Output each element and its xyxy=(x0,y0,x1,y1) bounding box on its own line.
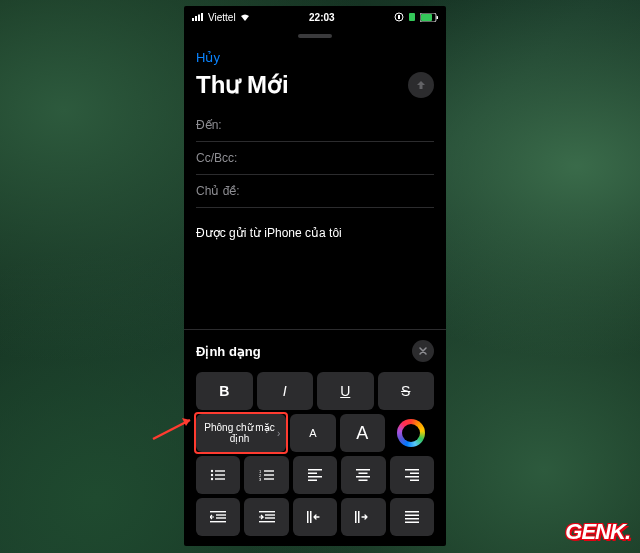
format-header: Định dạng xyxy=(196,340,434,362)
strikethrough-button[interactable]: S xyxy=(378,372,435,410)
svg-rect-26 xyxy=(356,469,370,471)
svg-rect-49 xyxy=(405,522,419,524)
svg-rect-47 xyxy=(405,515,419,517)
align-center-icon xyxy=(356,469,370,481)
title-row: Thư Mới xyxy=(184,69,446,109)
font-size-increase-button[interactable]: A xyxy=(340,414,385,452)
svg-rect-39 xyxy=(265,514,275,515)
signature-text: Được gửi từ iPhone của tôi xyxy=(196,226,434,240)
svg-rect-27 xyxy=(359,473,368,475)
format-close-button[interactable] xyxy=(412,340,434,362)
svg-rect-42 xyxy=(307,511,309,523)
format-panel: Định dạng B I U S Phông chữ mặc định › A… xyxy=(184,329,446,546)
underline-button[interactable]: U xyxy=(317,372,374,410)
svg-rect-36 xyxy=(216,517,226,518)
format-title: Định dạng xyxy=(196,344,261,359)
svg-rect-40 xyxy=(265,517,275,518)
arrow-up-circle-icon xyxy=(414,78,428,92)
svg-point-12 xyxy=(211,474,213,476)
svg-rect-38 xyxy=(259,511,275,512)
svg-rect-23 xyxy=(308,473,317,475)
compose-fields: Đến: Cc/Bcc: Chủ đề: xyxy=(184,109,446,208)
align-left-button[interactable] xyxy=(293,456,337,494)
signal-icon xyxy=(192,13,204,21)
svg-text:3: 3 xyxy=(259,477,262,481)
svg-rect-32 xyxy=(405,476,419,478)
compose-title: Thư Mới xyxy=(196,71,289,99)
outdent-button[interactable] xyxy=(196,498,240,536)
battery-icon xyxy=(420,13,438,22)
svg-rect-19 xyxy=(264,474,274,475)
sheet-handle[interactable] xyxy=(298,34,332,38)
svg-rect-43 xyxy=(310,511,312,523)
svg-rect-31 xyxy=(410,473,419,475)
justify-button[interactable] xyxy=(390,498,434,536)
text-color-button[interactable] xyxy=(389,414,434,452)
svg-rect-34 xyxy=(210,511,226,512)
svg-point-10 xyxy=(211,470,213,472)
svg-rect-30 xyxy=(405,469,419,471)
align-center-button[interactable] xyxy=(341,456,385,494)
svg-rect-35 xyxy=(216,514,226,515)
align-right-button[interactable] xyxy=(390,456,434,494)
font-picker-button[interactable]: Phông chữ mặc định › xyxy=(196,414,286,452)
svg-rect-1 xyxy=(195,16,197,21)
carrier-label: Viettel xyxy=(208,12,236,23)
indent-button[interactable] xyxy=(244,498,288,536)
bold-button[interactable]: B xyxy=(196,372,253,410)
svg-rect-28 xyxy=(356,476,370,478)
quote-right-icon xyxy=(355,511,371,523)
svg-rect-15 xyxy=(215,478,225,479)
bullet-list-button[interactable] xyxy=(196,456,240,494)
statusbar-time: 22:03 xyxy=(309,12,335,23)
svg-rect-11 xyxy=(215,470,225,471)
svg-rect-24 xyxy=(308,476,322,478)
to-field[interactable]: Đến: xyxy=(196,109,434,142)
svg-rect-21 xyxy=(264,478,274,479)
svg-rect-2 xyxy=(198,15,200,22)
list-bullet-icon xyxy=(210,469,226,481)
svg-rect-45 xyxy=(358,511,360,523)
format-row-indent xyxy=(196,498,434,536)
subject-field[interactable]: Chủ đề: xyxy=(196,175,434,208)
svg-rect-6 xyxy=(409,13,415,21)
compose-header: Hủy xyxy=(184,42,446,69)
format-row-list: 123 xyxy=(196,456,434,494)
orientation-lock-icon xyxy=(394,12,404,22)
statusbar-left: Viettel xyxy=(192,12,250,23)
font-default-label: Phông chữ mặc định xyxy=(202,422,277,444)
send-button[interactable] xyxy=(408,72,434,98)
compose-body[interactable]: Được gửi từ iPhone của tôi xyxy=(184,208,446,329)
ccbcc-field[interactable]: Cc/Bcc: xyxy=(196,142,434,175)
subject-label: Chủ đề: xyxy=(196,184,240,198)
close-icon xyxy=(418,346,428,356)
battery-saver-icon xyxy=(408,12,416,22)
svg-rect-44 xyxy=(355,511,357,523)
svg-rect-25 xyxy=(308,480,317,482)
svg-rect-5 xyxy=(398,15,400,19)
numbered-list-button[interactable]: 123 xyxy=(244,456,288,494)
font-size-decrease-button[interactable]: A xyxy=(290,414,335,452)
wifi-icon xyxy=(240,13,250,21)
svg-rect-0 xyxy=(192,18,194,21)
cancel-button[interactable]: Hủy xyxy=(196,46,220,69)
format-row-font: Phông chữ mặc định › A A xyxy=(196,414,434,452)
quote-increase-button[interactable] xyxy=(341,498,385,536)
align-justify-icon xyxy=(405,511,419,523)
color-wheel-icon xyxy=(397,419,425,447)
svg-rect-37 xyxy=(210,521,226,522)
svg-rect-8 xyxy=(421,14,432,21)
watermark-logo: GENK. xyxy=(565,519,630,545)
quote-left-icon xyxy=(307,511,323,523)
svg-point-14 xyxy=(211,478,213,480)
svg-rect-48 xyxy=(405,518,419,520)
italic-button[interactable]: I xyxy=(257,372,314,410)
svg-rect-46 xyxy=(405,511,419,513)
to-label: Đến: xyxy=(196,118,222,132)
indent-icon xyxy=(259,511,275,523)
list-number-icon: 123 xyxy=(259,469,275,481)
chevron-right-icon: › xyxy=(277,428,280,439)
outdent-icon xyxy=(210,511,226,523)
quote-decrease-button[interactable] xyxy=(293,498,337,536)
status-bar: Viettel 22:03 xyxy=(184,6,446,28)
